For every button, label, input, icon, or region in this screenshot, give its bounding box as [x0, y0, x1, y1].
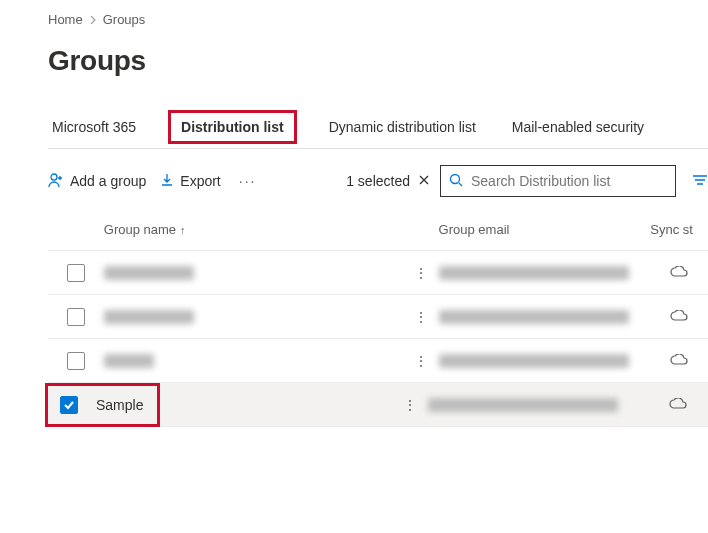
tab-distribution-list[interactable]: Distribution list — [168, 110, 297, 144]
selected-row-highlight: Sample — [45, 383, 160, 427]
row-menu-button[interactable]: ⋮ — [414, 309, 428, 325]
group-name-redacted: x — [104, 266, 194, 280]
tab-microsoft365[interactable]: Microsoft 365 — [48, 109, 140, 145]
more-actions-button[interactable]: ··· — [235, 173, 261, 189]
tab-mail-enabled-security[interactable]: Mail-enabled security — [508, 109, 648, 145]
table-row[interactable]: x ⋮ x — [48, 295, 708, 339]
column-sync-status[interactable]: Sync st — [650, 222, 708, 237]
cloud-icon — [670, 353, 688, 369]
search-icon — [449, 173, 463, 190]
toolbar: Add a group Export ··· 1 selected — [48, 149, 708, 209]
group-email-redacted: x — [439, 354, 629, 368]
chevron-right-icon — [89, 12, 97, 27]
breadcrumb-home[interactable]: Home — [48, 12, 83, 27]
download-icon — [160, 173, 174, 190]
table-header: Group name ↑ Group email Sync st — [48, 209, 708, 251]
row-checkbox[interactable] — [60, 396, 78, 414]
row-checkbox[interactable] — [67, 264, 85, 282]
add-group-label: Add a group — [70, 173, 146, 189]
svg-point-0 — [51, 174, 57, 180]
column-group-name[interactable]: Group name ↑ — [104, 222, 404, 237]
table-row[interactable]: x ⋮ x — [48, 251, 708, 295]
selection-count: 1 selected — [346, 173, 430, 189]
cloud-icon — [670, 309, 688, 325]
selection-count-label: 1 selected — [346, 173, 410, 189]
groups-table: Group name ↑ Group email Sync st x ⋮ x x… — [48, 209, 708, 427]
group-name: Sample — [96, 397, 143, 413]
table-row[interactable]: x ⋮ x — [48, 339, 708, 383]
svg-point-1 — [451, 174, 460, 183]
row-menu-button[interactable]: ⋮ — [403, 397, 417, 413]
tab-dynamic-distribution[interactable]: Dynamic distribution list — [325, 109, 480, 145]
group-email-redacted: x — [428, 398, 618, 412]
group-name-redacted: x — [104, 310, 194, 324]
column-group-email[interactable]: Group email — [439, 222, 651, 237]
row-menu-button[interactable]: ⋮ — [414, 353, 428, 369]
search-box[interactable] — [440, 165, 676, 197]
group-email-redacted: x — [439, 266, 629, 280]
group-name-redacted: x — [104, 354, 154, 368]
row-checkbox[interactable] — [67, 308, 85, 326]
add-group-button[interactable]: Add a group — [48, 172, 146, 191]
row-menu-button[interactable]: ⋮ — [414, 265, 428, 281]
sort-ascending-icon: ↑ — [180, 224, 186, 236]
breadcrumb: Home Groups — [48, 12, 708, 27]
add-person-icon — [48, 172, 64, 191]
export-label: Export — [180, 173, 220, 189]
cloud-icon — [669, 397, 687, 413]
row-checkbox[interactable] — [67, 352, 85, 370]
filter-button[interactable] — [692, 173, 708, 190]
breadcrumb-current[interactable]: Groups — [103, 12, 146, 27]
export-button[interactable]: Export — [160, 173, 220, 190]
cloud-icon — [670, 265, 688, 281]
page-title: Groups — [48, 45, 708, 77]
table-row-selected[interactable]: Sample ⋮ x — [48, 383, 708, 427]
group-email-redacted: x — [439, 310, 629, 324]
search-input[interactable] — [471, 173, 667, 189]
clear-selection-button[interactable] — [418, 173, 430, 189]
tabs: Microsoft 365 Distribution list Dynamic … — [48, 105, 708, 149]
